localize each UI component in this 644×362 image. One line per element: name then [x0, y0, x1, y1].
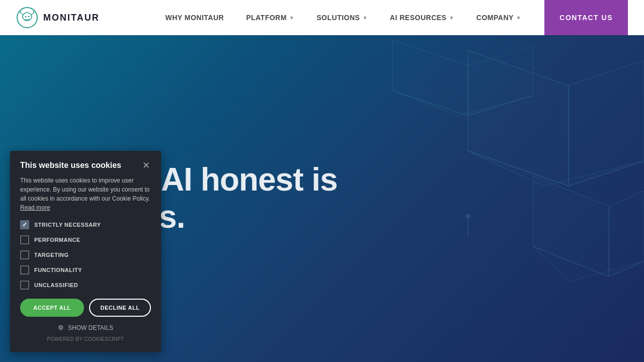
cookie-options: STRICTLY NECESSARY PERFORMANCE TARGETING… [20, 220, 151, 290]
platform-chevron-icon: ▼ [289, 15, 294, 21]
logo[interactable]: MONITAUR [16, 7, 100, 29]
nav-item-platform[interactable]: PLATFORM ▼ [235, 10, 305, 26]
ai-resources-chevron-icon: ▼ [449, 15, 454, 21]
svg-point-1 [23, 13, 32, 21]
cookie-option-strictly-necessary[interactable]: STRICTLY NECESSARY [20, 220, 151, 229]
nav-links: WHY MONITAUR PLATFORM ▼ SOLUTIONS ▼ AI R… [154, 10, 532, 26]
nav-item-why-monitaur[interactable]: WHY MONITAUR [154, 10, 235, 26]
cookie-option-performance[interactable]: PERFORMANCE [20, 235, 151, 244]
cookie-option-functionality[interactable]: FUNCTIONALITY [20, 265, 151, 275]
checkbox-unclassified[interactable] [20, 281, 29, 290]
svg-line-3 [20, 11, 21, 13]
cookie-close-button[interactable]: ✕ [141, 161, 151, 170]
solutions-chevron-icon: ▼ [362, 15, 367, 21]
company-chevron-icon: ▼ [516, 15, 521, 21]
contact-us-button[interactable]: CONTACT US [544, 0, 628, 35]
svg-point-7 [28, 16, 30, 18]
cookie-option-unclassified[interactable]: UNCLASSIFIED [20, 281, 151, 290]
svg-line-5 [33, 11, 34, 13]
logo-icon [16, 7, 38, 29]
logo-text: MONITAUR [43, 13, 100, 23]
gear-icon: ⚙ [58, 324, 64, 331]
svg-marker-9 [569, 60, 644, 186]
svg-line-2 [20, 13, 23, 15]
cookie-title: This website uses cookies [20, 161, 121, 170]
checkbox-performance[interactable] [20, 235, 29, 244]
cookie-banner: This website uses cookies ✕ This website… [10, 151, 161, 352]
cookie-option-targeting[interactable]: TARGETING [20, 250, 151, 259]
accept-all-button[interactable]: ACCEPT ALL [20, 299, 84, 317]
show-details-button[interactable]: ⚙ SHOW DETAILS [20, 324, 151, 331]
checkbox-strictly-necessary[interactable] [20, 220, 29, 229]
nav-item-solutions[interactable]: SOLUTIONS ▼ [305, 10, 379, 26]
svg-line-4 [32, 13, 34, 15]
cookie-body: This website uses cookies to improve use… [20, 176, 151, 212]
cookie-buttons: ACCEPT ALL DECLINE ALL [20, 299, 151, 317]
svg-point-0 [17, 8, 37, 28]
checkbox-functionality[interactable] [20, 265, 29, 275]
nav-item-company[interactable]: COMPANY ▼ [465, 10, 532, 26]
checkbox-targeting[interactable] [20, 250, 29, 259]
cookie-powered-by: POWERED BY COOKIESCRIPT [20, 336, 151, 342]
navbar: MONITAUR WHY MONITAUR PLATFORM ▼ SOLUTIO… [0, 0, 644, 35]
svg-point-6 [25, 16, 27, 18]
cookie-header: This website uses cookies ✕ [20, 161, 151, 170]
hero-shapes [292, 35, 644, 362]
cookie-read-more-link[interactable]: Read more [20, 204, 50, 211]
nav-item-ai-resources[interactable]: AI RESOURCES ▼ [379, 10, 465, 26]
svg-point-17 [465, 214, 470, 219]
decline-all-button[interactable]: DECLINE ALL [89, 299, 151, 317]
